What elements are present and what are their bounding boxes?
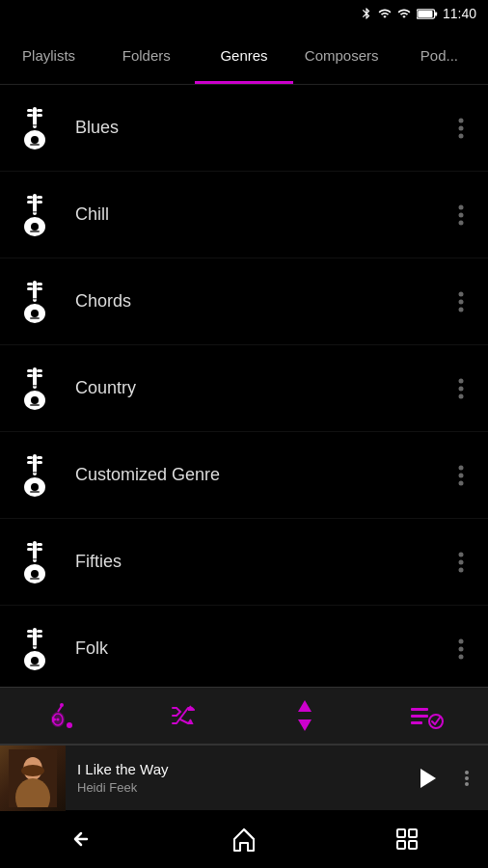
now-playing-title: I Like the Way bbox=[77, 761, 392, 777]
genre-more-button[interactable] bbox=[446, 552, 476, 573]
svg-point-33 bbox=[31, 310, 39, 317]
home-button[interactable] bbox=[207, 818, 281, 860]
svg-point-38 bbox=[459, 307, 464, 312]
genre-more-button[interactable] bbox=[446, 378, 476, 399]
svg-rect-2 bbox=[418, 11, 432, 17]
sort-icon bbox=[290, 698, 319, 733]
main-content: Playlists Folders Genres Composers Pod..… bbox=[0, 27, 488, 868]
ukulele-icon bbox=[17, 454, 52, 497]
shuffle-icon bbox=[167, 698, 202, 733]
genre-more-button[interactable] bbox=[446, 465, 476, 486]
svg-rect-10 bbox=[30, 144, 40, 146]
tab-genres[interactable]: Genres bbox=[195, 27, 292, 84]
svg-rect-54 bbox=[37, 456, 42, 459]
play-icon bbox=[44, 698, 79, 733]
more-dots-icon bbox=[458, 291, 464, 312]
svg-point-103 bbox=[21, 765, 44, 776]
ukulele-icon bbox=[17, 628, 52, 670]
svg-point-60 bbox=[459, 465, 464, 470]
genre-list-item[interactable]: Customized Genre bbox=[0, 432, 488, 519]
genre-list-item[interactable]: Chill bbox=[0, 172, 488, 258]
svg-rect-16 bbox=[27, 196, 33, 199]
tab-playlists[interactable]: Playlists bbox=[0, 27, 97, 84]
queue-button[interactable] bbox=[399, 691, 451, 741]
svg-rect-98 bbox=[411, 721, 422, 724]
tab-composers[interactable]: Composers bbox=[293, 27, 391, 84]
svg-point-61 bbox=[459, 473, 464, 477]
svg-point-25 bbox=[459, 212, 464, 217]
svg-rect-22 bbox=[30, 231, 40, 232]
now-playing-play-button[interactable] bbox=[403, 765, 449, 792]
svg-rect-82 bbox=[30, 665, 40, 666]
svg-rect-23 bbox=[33, 211, 37, 213]
battery-icon bbox=[417, 8, 438, 20]
svg-rect-108 bbox=[397, 829, 405, 837]
svg-point-86 bbox=[459, 654, 464, 659]
genre-more-button[interactable] bbox=[446, 118, 476, 139]
artist-image bbox=[9, 749, 57, 807]
more-dots-icon bbox=[458, 465, 464, 486]
svg-rect-111 bbox=[409, 841, 417, 849]
svg-rect-110 bbox=[397, 841, 405, 849]
svg-rect-4 bbox=[27, 109, 33, 112]
genre-icon bbox=[12, 366, 58, 412]
genre-list-item[interactable]: Country bbox=[0, 345, 488, 432]
now-playing-more-button[interactable] bbox=[449, 769, 484, 788]
svg-rect-47 bbox=[33, 385, 37, 387]
svg-rect-6 bbox=[37, 109, 42, 112]
svg-rect-55 bbox=[37, 461, 42, 464]
genre-name: Fifties bbox=[75, 552, 446, 572]
bluetooth-icon bbox=[360, 7, 373, 20]
genre-name: Country bbox=[75, 378, 446, 398]
svg-rect-19 bbox=[37, 201, 42, 203]
svg-point-48 bbox=[459, 378, 464, 383]
tab-folders[interactable]: Folders bbox=[97, 27, 195, 84]
svg-point-84 bbox=[459, 638, 464, 643]
genre-icon bbox=[12, 192, 58, 238]
svg-point-9 bbox=[31, 136, 39, 144]
svg-point-36 bbox=[459, 291, 464, 296]
ukulele-icon bbox=[17, 541, 52, 583]
svg-rect-97 bbox=[411, 715, 428, 718]
now-playing-info: I Like the Way Heidi Feek bbox=[66, 761, 403, 795]
genre-more-button[interactable] bbox=[446, 638, 476, 660]
genre-list-item[interactable]: Folk bbox=[0, 606, 488, 687]
svg-point-105 bbox=[465, 771, 469, 774]
queue-icon bbox=[407, 698, 444, 733]
svg-point-107 bbox=[465, 782, 469, 786]
genre-more-button[interactable] bbox=[446, 204, 476, 226]
svg-rect-43 bbox=[37, 374, 42, 377]
genre-icon bbox=[12, 279, 58, 325]
svg-point-72 bbox=[459, 552, 464, 556]
now-playing-bar[interactable]: I Like the Way Heidi Feek bbox=[0, 745, 488, 810]
svg-point-85 bbox=[459, 646, 464, 651]
genre-icon bbox=[12, 105, 58, 151]
svg-rect-109 bbox=[409, 829, 417, 837]
svg-rect-28 bbox=[27, 283, 33, 285]
svg-rect-29 bbox=[27, 287, 33, 290]
back-icon bbox=[68, 826, 95, 853]
svg-rect-70 bbox=[30, 578, 40, 580]
svg-rect-83 bbox=[33, 645, 37, 647]
more-dots-icon bbox=[458, 552, 464, 573]
svg-rect-65 bbox=[27, 548, 33, 551]
svg-point-81 bbox=[31, 657, 39, 665]
svg-point-37 bbox=[459, 299, 464, 304]
svg-rect-31 bbox=[37, 287, 42, 290]
signal-icon bbox=[378, 7, 392, 20]
genre-list-item[interactable]: Blues bbox=[0, 85, 488, 172]
sort-button[interactable] bbox=[283, 691, 327, 741]
genre-list-item[interactable]: Fifties bbox=[0, 519, 488, 606]
more-dots-icon bbox=[458, 204, 464, 226]
status-time: 11:40 bbox=[443, 6, 476, 21]
svg-rect-67 bbox=[37, 548, 42, 551]
play-button[interactable] bbox=[37, 691, 87, 741]
back-button[interactable] bbox=[44, 818, 118, 860]
shuffle-button[interactable] bbox=[159, 691, 209, 741]
home-icon bbox=[230, 826, 258, 853]
recents-button[interactable] bbox=[370, 818, 444, 860]
tab-podcasts[interactable]: Pod... bbox=[391, 27, 488, 84]
genre-list-item[interactable]: Chords bbox=[0, 258, 488, 345]
status-icons: 11:40 bbox=[360, 6, 476, 21]
genre-more-button[interactable] bbox=[446, 291, 476, 312]
